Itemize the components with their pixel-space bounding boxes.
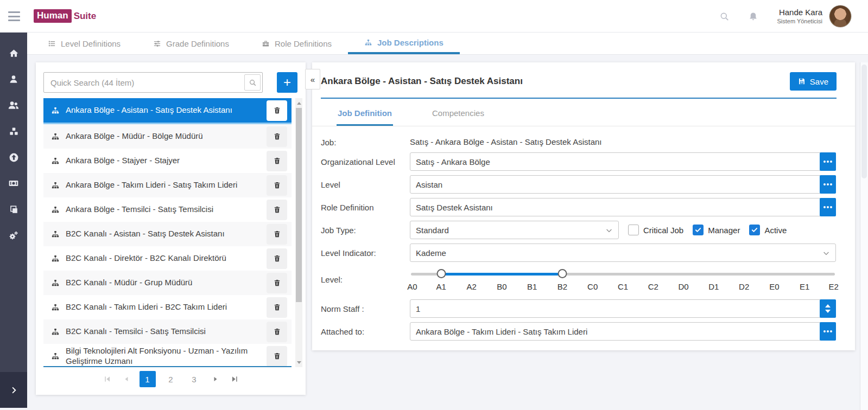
- scrollbar-thumb[interactable]: [296, 108, 302, 302]
- page-number-2[interactable]: 2: [163, 371, 179, 387]
- level-lookup-button[interactable]: [820, 175, 836, 194]
- list-item[interactable]: Bilgi Teknolojileri Alt Fonksiyonu - Uzm…: [43, 344, 292, 367]
- list-item[interactable]: Ankara Bölge - Stajyer - Stajyer: [43, 149, 292, 173]
- first-page-button[interactable]: [102, 371, 113, 387]
- sidebar-item-home[interactable]: [0, 40, 27, 66]
- list-item[interactable]: Ankara Bölge - Asistan - Satış Destek As…: [43, 98, 292, 124]
- step-down-icon: [825, 310, 831, 313]
- list-item[interactable]: B2C Kanalı - Müdür - Grup Müdürü: [43, 271, 292, 295]
- search-submit-button[interactable]: [244, 74, 261, 91]
- next-page-button[interactable]: [210, 371, 221, 387]
- sidebar-expand-button[interactable]: [0, 372, 27, 408]
- sidebar-item-settings[interactable]: [0, 222, 27, 248]
- scroll-down-icon[interactable]: [295, 358, 302, 366]
- slider-handle-min[interactable]: [436, 269, 446, 278]
- scroll-up-icon[interactable]: [295, 99, 302, 107]
- norm-staff-stepper[interactable]: [820, 299, 836, 318]
- ellipsis-icon: [827, 161, 829, 163]
- sidebar-item-user[interactable]: [0, 66, 27, 92]
- page-number-3[interactable]: 3: [186, 371, 202, 387]
- attached-to-lookup-button[interactable]: [820, 322, 836, 341]
- role-definition-lookup-button[interactable]: [820, 198, 836, 216]
- list-item[interactable]: Ankara Bölge - Temsilci - Satış Temsilci…: [43, 197, 292, 222]
- list-item[interactable]: Ankara Bölge - Müdür - Bölge Müdürü: [43, 124, 292, 149]
- page-scrollbar-thumb[interactable]: [861, 65, 867, 178]
- add-job-button[interactable]: +: [277, 72, 297, 93]
- delete-button[interactable]: [267, 126, 287, 147]
- detail-tab-bar: Job Definition Competencies: [312, 106, 855, 126]
- slider-handle-max[interactable]: [557, 269, 567, 278]
- tick-label: B2: [557, 282, 567, 291]
- list-item[interactable]: Ankara Bölge - Takım Lideri - Satış Takı…: [43, 173, 292, 197]
- job-type-value: Standard: [416, 226, 449, 235]
- role-definition-input[interactable]: [410, 198, 836, 216]
- bell-icon[interactable]: [748, 11, 758, 22]
- page-title: Ankara Bölge - Asistan - Satış Destek As…: [321, 76, 523, 87]
- list-item[interactable]: B2C Kanalı - Temsilci - Satış Temsilcisi: [43, 319, 292, 344]
- delete-button[interactable]: [267, 200, 287, 220]
- checkbox-critical-job[interactable]: Critical Job: [628, 225, 683, 235]
- sitemap-icon: [51, 279, 60, 287]
- tab-job-definition[interactable]: Job Definition: [337, 106, 393, 126]
- quick-search-input[interactable]: [43, 72, 263, 93]
- delete-button[interactable]: [267, 151, 287, 171]
- team-icon: [8, 100, 19, 111]
- list-scrollbar[interactable]: [295, 98, 302, 367]
- list-item[interactable]: B2C Kanalı - Asistan - Satış Destek Asis…: [43, 222, 292, 246]
- tab-role-definitions[interactable]: Role Definitions: [245, 33, 348, 54]
- top-bar: Human Suite Hande Kara Sistem Yöneticisi: [0, 0, 868, 33]
- attached-to-input[interactable]: [410, 322, 836, 341]
- sidebar-item-documents[interactable]: [0, 196, 27, 222]
- delete-button[interactable]: [267, 248, 287, 269]
- job-label: Job:: [321, 138, 410, 147]
- delete-button[interactable]: [267, 297, 287, 318]
- norm-staff-input[interactable]: [410, 299, 836, 318]
- delete-button[interactable]: [267, 100, 287, 121]
- job-type-select[interactable]: Standard: [410, 221, 619, 239]
- chevron-down-icon: [605, 227, 613, 234]
- avatar[interactable]: [829, 5, 852, 28]
- slider-track[interactable]: [411, 273, 835, 276]
- chevron-right-icon: [10, 386, 18, 394]
- delete-button[interactable]: [267, 322, 287, 342]
- active-checkbox[interactable]: [749, 225, 760, 235]
- sidebar-item-team[interactable]: [0, 92, 27, 118]
- page-scrollbar[interactable]: [860, 62, 868, 410]
- save-button[interactable]: Save: [790, 72, 837, 91]
- level-range-slider: A0 A1 A2 B0 B1 B2 C0 C1 C2 D0 D1 D2 E0 E…: [410, 266, 836, 293]
- checkbox-active[interactable]: Active: [749, 225, 787, 235]
- critical-job-checkbox[interactable]: [628, 225, 639, 235]
- job-item-label: B2C Kanalı - Müdür - Grup Müdürü: [66, 278, 267, 288]
- menu-toggle-icon[interactable]: [8, 11, 20, 21]
- sidebar-item-payroll[interactable]: [0, 170, 27, 196]
- last-page-button[interactable]: [229, 371, 240, 387]
- tab-competencies[interactable]: Competencies: [431, 106, 485, 126]
- tab-label: Level Definitions: [61, 39, 121, 48]
- check-icon: [751, 226, 758, 234]
- checkbox-manager[interactable]: Manager: [693, 225, 740, 235]
- sidebar-item-upload[interactable]: [0, 144, 27, 170]
- org-level-lookup-button[interactable]: [820, 152, 836, 171]
- tab-job-descriptions[interactable]: Job Descriptions: [348, 33, 460, 54]
- tick-label: D2: [739, 282, 749, 291]
- prev-page-button[interactable]: [121, 371, 132, 387]
- list-item[interactable]: B2C Kanalı - Takım Lideri - B2C Takım Li…: [43, 295, 292, 319]
- tab-level-definitions[interactable]: Level Definitions: [31, 33, 137, 54]
- user-info[interactable]: Hande Kara Sistem Yöneticisi: [777, 8, 822, 25]
- delete-button[interactable]: [267, 175, 287, 196]
- tab-grade-definitions[interactable]: Grade Definitions: [137, 33, 245, 54]
- org-level-input[interactable]: [410, 152, 836, 171]
- page-number-1[interactable]: 1: [140, 371, 156, 387]
- delete-button[interactable]: [267, 224, 287, 245]
- manager-checkbox[interactable]: [693, 225, 704, 235]
- level-input[interactable]: [410, 175, 836, 194]
- sidebar-item-modules[interactable]: [0, 118, 27, 144]
- delete-button[interactable]: [267, 273, 287, 293]
- tick-label: B1: [527, 282, 537, 291]
- delete-button[interactable]: [267, 346, 287, 367]
- sliders-icon: [153, 40, 161, 48]
- search-icon[interactable]: [719, 11, 730, 22]
- list-item[interactable]: B2C Kanalı - Direktör - B2C Kanalı Direk…: [43, 246, 292, 271]
- collapse-panel-button[interactable]: «: [305, 69, 320, 89]
- level-indicator-select[interactable]: Kademe: [410, 244, 836, 262]
